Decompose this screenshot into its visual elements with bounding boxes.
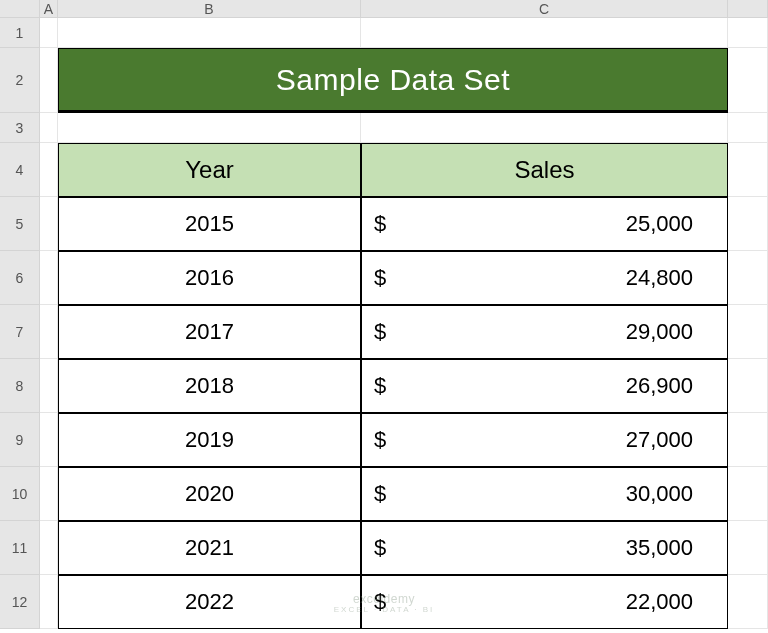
select-all-corner[interactable] (0, 0, 40, 18)
cell-a4[interactable] (40, 143, 58, 197)
row-header-5[interactable]: 5 (0, 197, 40, 251)
sales-cell[interactable]: $ 30,000 (361, 467, 728, 521)
row-header-1[interactable]: 1 (0, 18, 40, 48)
cell-b3[interactable] (58, 113, 361, 143)
cell-b1[interactable] (58, 18, 361, 48)
row-header-3[interactable]: 3 (0, 113, 40, 143)
cell-d3[interactable] (728, 113, 768, 143)
currency-symbol: $ (374, 427, 386, 453)
row-header-9[interactable]: 9 (0, 413, 40, 467)
cell-a6[interactable] (40, 251, 58, 305)
sales-value: 26,900 (626, 373, 693, 399)
cell-d12[interactable] (728, 575, 768, 629)
sales-cell[interactable]: $ 35,000 (361, 521, 728, 575)
sales-cell[interactable]: $ 25,000 (361, 197, 728, 251)
currency-symbol: $ (374, 265, 386, 291)
sales-cell[interactable]: $ 26,900 (361, 359, 728, 413)
row-header-8[interactable]: 8 (0, 359, 40, 413)
sales-cell[interactable]: $ 27,000 (361, 413, 728, 467)
year-cell[interactable]: 2016 (58, 251, 361, 305)
row-header-12[interactable]: 12 (0, 575, 40, 629)
cell-c1[interactable] (361, 18, 728, 48)
row-header-6[interactable]: 6 (0, 251, 40, 305)
cell-a5[interactable] (40, 197, 58, 251)
sales-cell[interactable]: $ 22,000 (361, 575, 728, 629)
year-cell[interactable]: 2021 (58, 521, 361, 575)
cell-d5[interactable] (728, 197, 768, 251)
row-header-7[interactable]: 7 (0, 305, 40, 359)
cell-d8[interactable] (728, 359, 768, 413)
cell-d6[interactable] (728, 251, 768, 305)
cell-a1[interactable] (40, 18, 58, 48)
title-cell[interactable]: Sample Data Set (58, 48, 728, 113)
sales-value: 22,000 (626, 589, 693, 615)
cell-c3[interactable] (361, 113, 728, 143)
col-header-c[interactable]: C (361, 0, 728, 18)
cell-a7[interactable] (40, 305, 58, 359)
currency-symbol: $ (374, 535, 386, 561)
year-cell[interactable]: 2020 (58, 467, 361, 521)
sales-value: 35,000 (626, 535, 693, 561)
cell-a2[interactable] (40, 48, 58, 113)
cell-a12[interactable] (40, 575, 58, 629)
year-cell[interactable]: 2018 (58, 359, 361, 413)
cell-d7[interactable] (728, 305, 768, 359)
col-header-next[interactable] (728, 0, 768, 18)
cell-a3[interactable] (40, 113, 58, 143)
cell-a9[interactable] (40, 413, 58, 467)
sales-value: 24,800 (626, 265, 693, 291)
row-header-2[interactable]: 2 (0, 48, 40, 113)
spreadsheet-grid: A B C 1 2 3 4 5 6 7 8 9 10 11 12 Sample … (0, 0, 768, 629)
currency-symbol: $ (374, 211, 386, 237)
currency-symbol: $ (374, 481, 386, 507)
cell-a11[interactable] (40, 521, 58, 575)
cell-a8[interactable] (40, 359, 58, 413)
header-year[interactable]: Year (58, 143, 361, 197)
header-sales[interactable]: Sales (361, 143, 728, 197)
cell-d1[interactable] (728, 18, 768, 48)
cell-a10[interactable] (40, 467, 58, 521)
sales-cell[interactable]: $ 29,000 (361, 305, 728, 359)
col-header-b[interactable]: B (58, 0, 361, 18)
cell-d11[interactable] (728, 521, 768, 575)
sales-value: 30,000 (626, 481, 693, 507)
row-header-10[interactable]: 10 (0, 467, 40, 521)
col-header-a[interactable]: A (40, 0, 58, 18)
year-cell[interactable]: 2022 (58, 575, 361, 629)
sales-value: 25,000 (626, 211, 693, 237)
cell-d4[interactable] (728, 143, 768, 197)
sales-cell[interactable]: $ 24,800 (361, 251, 728, 305)
currency-symbol: $ (374, 319, 386, 345)
year-cell[interactable]: 2017 (58, 305, 361, 359)
sales-value: 27,000 (626, 427, 693, 453)
cell-d2[interactable] (728, 48, 768, 113)
row-header-11[interactable]: 11 (0, 521, 40, 575)
sales-value: 29,000 (626, 319, 693, 345)
year-cell[interactable]: 2019 (58, 413, 361, 467)
row-header-4[interactable]: 4 (0, 143, 40, 197)
year-cell[interactable]: 2015 (58, 197, 361, 251)
currency-symbol: $ (374, 373, 386, 399)
currency-symbol: $ (374, 589, 386, 615)
cell-d9[interactable] (728, 413, 768, 467)
cell-d10[interactable] (728, 467, 768, 521)
